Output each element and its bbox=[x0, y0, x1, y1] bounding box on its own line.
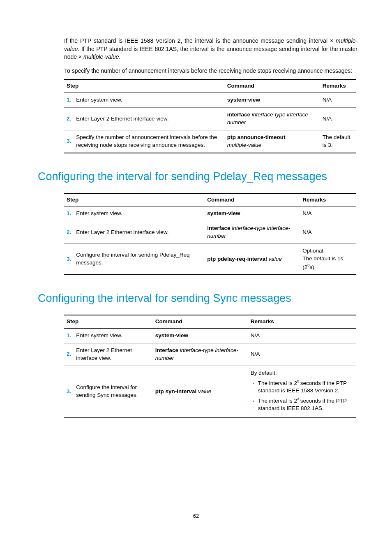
col-header-remarks: Remarks bbox=[248, 315, 356, 328]
text-italic: multiple-value bbox=[83, 53, 119, 60]
step-command: system-view bbox=[225, 93, 320, 108]
col-header-command: Command bbox=[225, 79, 320, 93]
step-description: Enter Layer 2 Ethernet interface view. bbox=[74, 108, 225, 130]
section-heading-sync: Configuring the interval for sending Syn… bbox=[38, 291, 357, 306]
page-number: 62 bbox=[0, 512, 392, 520]
remarks-line: Optional. bbox=[302, 247, 353, 255]
step-number: 3. bbox=[64, 130, 74, 153]
steps-table-pdelay-req: Step Command Remarks 1. Enter system vie… bbox=[64, 193, 356, 276]
step-number: 3. bbox=[64, 244, 74, 275]
command-bold: system-view bbox=[227, 97, 260, 103]
step-number: 1. bbox=[64, 206, 74, 221]
command-bold: ptp announce-timeout bbox=[227, 134, 286, 140]
command-bold: ptp syn-interval bbox=[155, 388, 197, 394]
step-remarks: N/A bbox=[300, 221, 356, 244]
intro-paragraph-1: If the PTP standard is IEEE 1588 Version… bbox=[38, 37, 357, 61]
step-command: system-view bbox=[205, 206, 300, 221]
step-remarks: Optional. The default is 1s (20s). bbox=[300, 244, 356, 275]
remarks-header: By default: bbox=[251, 369, 353, 377]
step-description: Specify the number of announcement inter… bbox=[74, 130, 225, 153]
table-row: 3. Configure the interval for sending Sy… bbox=[64, 366, 356, 418]
col-header-command: Command bbox=[205, 193, 300, 206]
steps-table-sync: Step Command Remarks 1. Enter system vie… bbox=[64, 315, 356, 418]
superscript: 3 bbox=[297, 397, 300, 401]
step-description: Enter system view. bbox=[74, 206, 205, 221]
command-bold: interface bbox=[207, 225, 230, 231]
table-row: 1. Enter system view. system-view N/A bbox=[64, 328, 356, 343]
step-command: ptp syn-interval value bbox=[153, 366, 248, 418]
step-command: ptp pdelay-req-interval value bbox=[205, 244, 300, 275]
superscript: 0 bbox=[297, 379, 300, 383]
table-row: 1. Enter system view. system-view N/A bbox=[64, 93, 356, 108]
step-remarks: By default: The interval is 20 seconds i… bbox=[248, 366, 356, 418]
step-description: Enter Layer 2 Ethernet interface view. bbox=[74, 343, 153, 366]
command-bold: interface bbox=[155, 347, 178, 353]
text: The default is 1s (2 bbox=[302, 255, 343, 270]
col-header-step: Step bbox=[64, 79, 225, 93]
col-header-command: Command bbox=[153, 315, 248, 328]
col-header-remarks: Remarks bbox=[300, 193, 356, 206]
remarks-list: The interval is 20 seconds if the PTP st… bbox=[251, 379, 353, 413]
col-header-remarks: Remarks bbox=[320, 79, 356, 93]
step-remarks: N/A bbox=[300, 206, 356, 221]
table-header-row: Step Command Remarks bbox=[64, 315, 356, 328]
table-header-row: Step Command Remarks bbox=[64, 193, 356, 206]
step-number: 1. bbox=[64, 93, 74, 108]
section-heading-pdelay: Configuring the interval for sending Pde… bbox=[38, 169, 357, 185]
command-italic: multiple-value bbox=[227, 142, 261, 148]
intro-paragraph-2: To specify the number of announcement in… bbox=[38, 67, 357, 75]
step-command: system-view bbox=[153, 328, 248, 343]
step-number: 2. bbox=[64, 343, 74, 366]
step-command: ptp announce-timeoutmultiple-value bbox=[225, 130, 320, 153]
step-number: 2. bbox=[64, 221, 74, 244]
table-row: 2. Enter Layer 2 Ethernet interface view… bbox=[64, 343, 356, 366]
table-row: 2. Enter Layer 2 Ethernet interface view… bbox=[64, 221, 356, 244]
step-description: Enter system view. bbox=[74, 328, 153, 343]
table-row: 2. Enter Layer 2 Ethernet interface view… bbox=[64, 108, 356, 130]
text: The interval is 2 bbox=[258, 380, 297, 386]
intro-text: If the PTP standard is IEEE 1588 Version… bbox=[38, 37, 357, 75]
step-description: Enter Layer 2 Ethernet interface view. bbox=[74, 221, 205, 244]
step-command: interface interface-type interface-numbe… bbox=[153, 343, 248, 366]
command-bold: ptp pdelay-req-interval bbox=[207, 256, 267, 262]
table-row: 3. Configure the interval for sending Pd… bbox=[64, 244, 356, 275]
step-remarks: N/A bbox=[320, 108, 356, 130]
text: . bbox=[119, 53, 120, 60]
steps-table-announce-timeout: Step Command Remarks 1. Enter system vie… bbox=[64, 79, 356, 153]
step-description: Configure the interval for sending Pdela… bbox=[74, 244, 205, 275]
step-command: interface interface-type interface-numbe… bbox=[225, 108, 320, 130]
document-page: If the PTP standard is IEEE 1588 Version… bbox=[0, 0, 392, 533]
command-bold: system-view bbox=[155, 332, 188, 338]
step-number: 3. bbox=[64, 366, 74, 418]
step-number: 2. bbox=[64, 108, 74, 130]
step-remarks: N/A bbox=[320, 93, 356, 108]
command-italic: value bbox=[267, 256, 282, 262]
table-row: 1. Enter system view. system-view N/A bbox=[64, 206, 356, 221]
step-number: 1. bbox=[64, 328, 74, 343]
remarks-line: The default is 1s (20s). bbox=[302, 255, 353, 271]
list-item: The interval is 23 seconds if the PTP st… bbox=[258, 396, 353, 412]
step-description: Configure the interval for sending Sync … bbox=[74, 366, 153, 418]
step-remarks: N/A bbox=[248, 328, 356, 343]
command-bold: system-view bbox=[207, 210, 240, 216]
table-row: 3. Specify the number of announcement in… bbox=[64, 130, 356, 153]
text: The interval is 2 bbox=[258, 397, 297, 403]
col-header-step: Step bbox=[64, 193, 205, 206]
command-italic: value bbox=[196, 388, 211, 394]
step-remarks: N/A bbox=[248, 343, 356, 366]
list-item: The interval is 20 seconds if the PTP st… bbox=[258, 379, 353, 395]
command-bold: interface bbox=[227, 111, 250, 118]
step-remarks: The default is 3. bbox=[320, 130, 356, 153]
table-header-row: Step Command Remarks bbox=[64, 79, 356, 93]
col-header-step: Step bbox=[64, 315, 153, 328]
step-command: interface interface-type interface-numbe… bbox=[205, 221, 300, 244]
step-description: Enter system view. bbox=[74, 93, 225, 108]
text: s). bbox=[309, 264, 316, 270]
text: If the PTP standard is IEEE 1588 Version… bbox=[64, 37, 336, 44]
